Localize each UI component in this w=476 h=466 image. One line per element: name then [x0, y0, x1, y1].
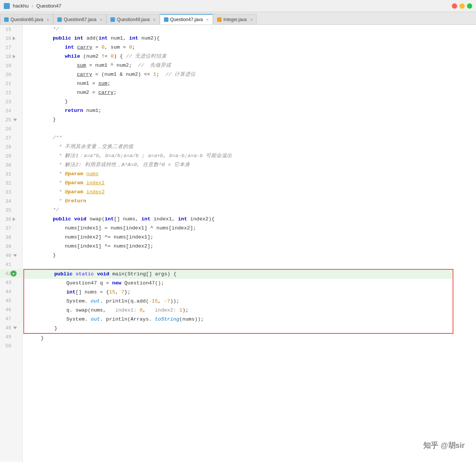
fold-icon[interactable]	[13, 217, 17, 221]
tab-label: Question66.java	[11, 17, 43, 22]
gutter-47: 47	[0, 314, 22, 323]
tab-close-icon[interactable]: ×	[153, 17, 155, 22]
gutter-48: 48	[0, 323, 22, 332]
gutter-37: 37	[0, 224, 22, 233]
tab-icon	[217, 17, 222, 22]
code-line-23: }	[23, 97, 476, 106]
tab-close-icon[interactable]: ×	[250, 17, 253, 22]
code-line-22: num2 = carry;	[23, 88, 476, 97]
fold-icon[interactable]	[13, 37, 17, 40]
code-line-34: * @return	[23, 197, 476, 206]
gutter-39: 39	[0, 242, 22, 251]
gutter-26: 26	[0, 124, 22, 133]
code-line-31: * @param nums	[23, 170, 476, 179]
tab-question67[interactable]: Question67.java ×	[53, 14, 106, 24]
tab-close-icon[interactable]: ×	[47, 17, 49, 22]
code-line-40: }	[23, 251, 476, 260]
gutter-42: 42	[0, 269, 22, 278]
separator: ›	[32, 3, 33, 9]
code-line-19: sum = num1 ^ num2; // 先做异或	[23, 61, 476, 70]
code-line-50	[23, 343, 476, 352]
code-line-49: }	[23, 334, 476, 343]
code-line-32: * @param index1	[23, 179, 476, 188]
code-line-16: public int add(int num1, int num2){	[23, 34, 476, 43]
tab-icon	[4, 17, 9, 22]
code-line-27: /**	[23, 133, 476, 142]
code-area: */ public int add(int num1, int num2){ i…	[23, 25, 476, 462]
code-line-39: nums[index1] ^= nums[index2];	[23, 242, 476, 251]
code-line-36: public void swap(int[] nums, int index1,…	[23, 215, 476, 224]
window-controls	[452, 3, 472, 9]
gutter-20: 20	[0, 70, 22, 79]
gutter-28: 28	[0, 142, 22, 151]
gutter-50: 50	[0, 341, 22, 350]
code-line-28: * 不用其余变量，交换二者的值	[23, 142, 476, 151]
gutter-19: 19	[0, 61, 22, 70]
code-line-38: nums[index2] ^= nums[index1];	[23, 233, 476, 242]
fold-close-icon[interactable]	[13, 119, 17, 121]
code-line-35: */	[23, 206, 476, 215]
gutter-21: 21	[0, 79, 22, 88]
max-btn[interactable]	[467, 3, 472, 9]
code-line-42: public static void main(String[] args) {	[24, 270, 453, 279]
gutter-38: 38	[0, 233, 22, 242]
tab-integer[interactable]: Integer.java ×	[213, 14, 257, 24]
tab-label: Question47.java	[170, 17, 203, 22]
gutter-15: 15	[0, 25, 22, 34]
gutter-43: 43	[0, 278, 22, 287]
editor: 15 16 17 18 19 20	[0, 25, 476, 462]
close-btn[interactable]	[452, 3, 457, 9]
gutter-18: 18	[0, 52, 22, 61]
code-line-44: int[] nums = {15, 7};	[24, 288, 453, 297]
fold-close-icon[interactable]	[13, 327, 17, 329]
fold-close-icon[interactable]	[13, 254, 17, 257]
code-line-48: }	[24, 324, 453, 333]
code-line-26	[23, 124, 476, 133]
tab-label: Integer.java	[223, 17, 247, 22]
gutter-35: 35	[0, 206, 22, 215]
run-button[interactable]	[11, 270, 17, 277]
code-line-15: */	[23, 25, 476, 34]
code-line-18: while (num2 != 0) { // 无进位时结束	[23, 52, 476, 61]
tab-close-icon[interactable]: ×	[100, 17, 102, 22]
gutter-49: 49	[0, 332, 22, 341]
code-line-33: * @param index2	[23, 188, 476, 197]
gutter-44: 44	[0, 287, 22, 296]
gutter-27: 27	[0, 133, 22, 142]
gutter-22: 22	[0, 88, 22, 97]
code-line-25: }	[23, 115, 476, 124]
code-line-30: * 解法2: 利用异或特性，A^A=0, 任意数^0 = 它本身	[23, 160, 476, 170]
code-line-41	[23, 260, 476, 269]
code-line-47: System. out. println(Arrays. toString(nu…	[24, 315, 453, 324]
gutter-33: 33	[0, 188, 22, 197]
tab-bar: Question66.java × Question67.java × Ques…	[0, 12, 476, 25]
tab-close-icon[interactable]: ×	[206, 17, 208, 22]
tab-question49[interactable]: Question49.java ×	[106, 14, 159, 24]
code-line-20: carry = (num1 & num2) << 1; // 计算进位	[23, 70, 476, 79]
code-line-29: * 解法1：a=a*b, b=a/b;a=a/b ; a=a+b, b=a-b;…	[23, 151, 476, 160]
gutter-23: 23	[0, 97, 22, 106]
gutter-31: 31	[0, 170, 22, 179]
gutter-36: 36	[0, 215, 22, 224]
fold-icon[interactable]	[13, 55, 17, 58]
site-name: hackhu	[13, 3, 29, 9]
gutter-32: 32	[0, 179, 22, 188]
code-line-43: Question47 q = new Question47();	[24, 279, 453, 288]
gutter-45: 45	[0, 296, 22, 305]
tab-question66[interactable]: Question66.java ×	[0, 14, 53, 24]
gutter-46: 46	[0, 305, 22, 314]
watermark: 知乎 @胡sir	[423, 440, 465, 451]
code-line-37: nums[index1] = nums[index1] ^ nums[index…	[23, 224, 476, 233]
gutter-41: 41	[0, 260, 22, 269]
code-line-46: q. swap(nums, index1: 0, index2: 1);	[24, 306, 453, 315]
min-btn[interactable]	[459, 3, 465, 9]
gutter-24: 24	[0, 106, 22, 115]
tab-label: Question67.java	[64, 17, 96, 22]
tab-question47[interactable]: Question47.java ×	[160, 14, 213, 24]
line-number-gutter: 15 16 17 18 19 20	[0, 25, 23, 462]
highlighted-block: public static void main(String[] args) {…	[23, 269, 453, 334]
tab-icon	[57, 17, 62, 22]
tab-label: Question49.java	[117, 17, 150, 22]
code-line-24: return num1;	[23, 106, 476, 115]
gutter-34: 34	[0, 197, 22, 206]
